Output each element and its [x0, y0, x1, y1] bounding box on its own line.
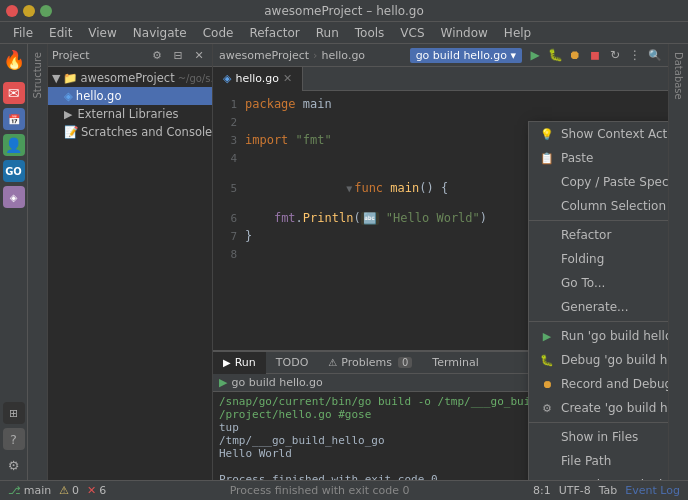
cm-terminal-icon	[539, 477, 555, 480]
terminal-icon[interactable]: ⊞	[3, 402, 25, 424]
stop-button[interactable]: ◼	[586, 46, 604, 64]
cm-column-selection[interactable]: Column Selection Mode Alt+Shift+Insert	[529, 194, 668, 218]
hide-icon[interactable]: ✕	[190, 46, 208, 64]
editor-tabs: ◈ hello.go ✕	[213, 67, 668, 91]
gear-icon[interactable]: ⚙	[148, 46, 166, 64]
code-line-1: 1 package main	[213, 95, 668, 113]
menu-file[interactable]: File	[6, 24, 40, 42]
run-tab-icon: ▶	[223, 357, 231, 368]
scratches-item[interactable]: 📝 Scratches and Consoles	[48, 123, 212, 141]
menu-tools[interactable]: Tools	[348, 24, 392, 42]
tab-todo[interactable]: TODO	[266, 352, 319, 374]
error-count: 6	[99, 484, 106, 497]
maximize-button[interactable]	[40, 5, 52, 17]
encoding: UTF-8	[559, 484, 591, 497]
menu-help[interactable]: Help	[497, 24, 538, 42]
play-button[interactable]: ▶	[526, 46, 544, 64]
line-col: 8:1	[533, 484, 551, 497]
menu-navigate[interactable]: Navigate	[126, 24, 194, 42]
menu-vcs[interactable]: VCS	[393, 24, 431, 42]
contacts-icon[interactable]: 👤	[3, 134, 25, 156]
warnings-status[interactable]: ⚠ 0	[59, 484, 79, 497]
structure-panel: Structure	[28, 44, 48, 480]
cm-refactor[interactable]: Refactor ▶	[529, 223, 668, 247]
menu-refactor[interactable]: Refactor	[242, 24, 306, 42]
cm-label-show-context: Show Context Actions	[561, 127, 668, 141]
cm-file-path[interactable]: File Path Ctrl+Alt+Shift+2	[529, 449, 668, 473]
more-run-button[interactable]: ⋮	[626, 46, 644, 64]
cm-show-context-actions[interactable]: 💡 Show Context Actions Alt+Enter	[529, 122, 668, 146]
project-path: ~/go/s...	[178, 73, 212, 84]
project-name: awesomeProject	[80, 71, 174, 85]
cm-debug[interactable]: 🐛 Debug 'go build hello.go'	[529, 348, 668, 372]
minimize-button[interactable]	[23, 5, 35, 17]
settings-icon[interactable]: ⚙	[3, 454, 25, 476]
window-controls	[6, 5, 52, 17]
project-folder-icon: ▼	[52, 72, 60, 85]
line-num-6: 6	[217, 212, 245, 225]
database-label[interactable]: Database	[673, 52, 684, 100]
search-icon[interactable]: 🔍	[648, 49, 662, 62]
cm-show-files[interactable]: Show in Files	[529, 425, 668, 449]
menu-code[interactable]: Code	[196, 24, 241, 42]
tab-close-icon[interactable]: ✕	[283, 72, 292, 85]
run-config-label[interactable]: go build hello.go ▾	[410, 48, 522, 63]
cm-goto[interactable]: Go To... ▶	[529, 271, 668, 295]
errors-status[interactable]: ✕ 6	[87, 484, 106, 497]
menu-edit[interactable]: Edit	[42, 24, 79, 42]
tab-terminal[interactable]: Terminal	[422, 352, 489, 374]
mail-icon[interactable]: ✉	[3, 82, 25, 104]
question-icon[interactable]: ?	[3, 428, 25, 450]
go-file-icon: ◈	[64, 89, 73, 103]
cm-create-config[interactable]: ⚙ Create 'go build hello.go'...	[529, 396, 668, 420]
run-config-terminal-label[interactable]: go build hello.go	[231, 376, 322, 389]
structure-label[interactable]: Structure	[32, 52, 43, 99]
tab-run[interactable]: ▶ Run	[213, 352, 266, 374]
breadcrumb-project[interactable]: awesomeProject	[219, 49, 309, 62]
cm-sep-2	[529, 321, 668, 322]
app-dock: 🔥 ✉ 📅 👤 GO ◈ ⊞ ? ⚙	[0, 44, 28, 480]
record-debug-button[interactable]: ⏺	[566, 46, 584, 64]
cm-run[interactable]: ▶ Run 'go build hello.go' Ctrl+Shift+F10	[529, 324, 668, 348]
project-file-hello[interactable]: ◈ hello.go	[48, 87, 212, 105]
scratches-icon: 📝	[64, 125, 78, 139]
cm-folding[interactable]: Folding ▶	[529, 247, 668, 271]
editor-tab-hello-go[interactable]: ◈ hello.go ✕	[213, 67, 303, 91]
menubar: File Edit View Navigate Code Refactor Ru…	[0, 22, 688, 44]
event-log[interactable]: Event Log	[625, 484, 680, 497]
cm-open-terminal[interactable]: Open in Terminal	[529, 473, 668, 480]
fire-icon[interactable]: 🔥	[3, 48, 25, 70]
menu-window[interactable]: Window	[434, 24, 495, 42]
goland-icon[interactable]: GO	[3, 160, 25, 182]
cm-generate[interactable]: Generate... Alt+Insert	[529, 295, 668, 319]
cm-label-create: Create 'go build hello.go'...	[561, 401, 668, 415]
line-num-3: 3	[217, 134, 245, 147]
cm-showfiles-icon	[539, 429, 555, 445]
run-controls: ▶ 🐛 ⏺ ◼ ↻ ⋮	[526, 46, 644, 64]
fold-arrow[interactable]: ▼	[346, 183, 352, 194]
titlebar: awesomeProject – hello.go	[0, 0, 688, 22]
cm-copy-paste-special[interactable]: Copy / Paste Special ▶	[529, 170, 668, 194]
create-icon: ⚙	[539, 400, 555, 416]
calendar-icon[interactable]: 📅	[3, 108, 25, 130]
scratches-label: Scratches and Consoles	[81, 125, 212, 139]
project-toolbar: Project ⚙ ⊟ ✕	[48, 44, 212, 67]
breadcrumb-sep1: ›	[313, 49, 317, 62]
external-libraries-item[interactable]: ▶ External Libraries	[48, 105, 212, 123]
tab-problems[interactable]: ⚠ Problems 0	[318, 352, 422, 374]
todo-tab-label: TODO	[276, 356, 309, 369]
close-button[interactable]	[6, 5, 18, 17]
reload-button[interactable]: ↻	[606, 46, 624, 64]
cm-record-debug[interactable]: ⏺ Record and Debug 'go build hello.go'	[529, 372, 668, 396]
project-root-item[interactable]: ▼ 📁 awesomeProject ~/go/s...	[48, 69, 212, 87]
git-status[interactable]: ⎇ main	[8, 484, 51, 497]
purple-icon[interactable]: ◈	[3, 186, 25, 208]
cm-label-showfiles: Show in Files	[561, 430, 638, 444]
menu-view[interactable]: View	[81, 24, 123, 42]
breadcrumb-file[interactable]: hello.go	[322, 49, 366, 62]
tab-label: hello.go	[235, 72, 279, 85]
collapse-all-icon[interactable]: ⊟	[169, 46, 187, 64]
debug-button[interactable]: 🐛	[546, 46, 564, 64]
menu-run[interactable]: Run	[309, 24, 346, 42]
cm-paste[interactable]: 📋 Paste Ctrl+V	[529, 146, 668, 170]
